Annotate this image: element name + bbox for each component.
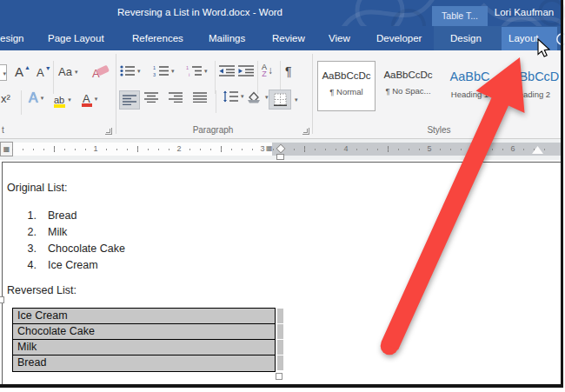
group-divider: [312, 54, 313, 134]
tell-me-icon[interactable]: [555, 32, 565, 46]
table-resize-handle[interactable]: [276, 373, 282, 380]
font-color-bar: [82, 103, 92, 107]
decrease-indent-icon: [219, 65, 235, 76]
tab-review[interactable]: Review: [272, 26, 305, 50]
horizontal-ruler: ▦ 1 2 3 4 5 6 ▦: [0, 139, 562, 160]
text-effects-button[interactable]: A▾: [29, 90, 43, 106]
clear-formatting-button[interactable]: A: [92, 67, 109, 80]
style-heading-1[interactable]: AaBbC Heading 1: [441, 61, 499, 111]
show-paragraph-marks-button[interactable]: ¶: [285, 64, 292, 78]
signed-in-user[interactable]: Lori Kaufman: [489, 7, 559, 17]
chevron-down-icon: ▾: [68, 96, 71, 103]
shrink-font-button[interactable]: A▼: [37, 66, 51, 79]
style-heading-2[interactable]: AaBbCcD Heading 2: [502, 61, 561, 111]
table-column-marker-icon[interactable]: ▦: [266, 144, 273, 152]
window-bottom-border: [0, 384, 563, 388]
tab-references[interactable]: References: [132, 26, 183, 50]
window-right-border: [561, 0, 563, 388]
list-text: Milk: [48, 226, 67, 238]
paint-bucket-icon: [246, 90, 263, 103]
numbering-button[interactable]: 13 ▾: [153, 65, 175, 76]
font-dialog-launcher[interactable]: [105, 128, 112, 135]
align-right-icon: [169, 92, 183, 103]
table-move-handle[interactable]: [0, 296, 4, 303]
title-bar: Reversing a List in Word.docx - Word Tab…: [0, 0, 562, 26]
divider: [21, 90, 22, 115]
font-size-dropdown-partial[interactable]: ▾: [0, 64, 7, 81]
reversed-list-heading: Reversed List:: [7, 284, 76, 296]
chevron-down-icon: ▾: [137, 68, 141, 75]
reversed-list-table[interactable]: Ice Cream Chocolate Cake Milk Bread: [12, 308, 276, 372]
increase-indent-icon: [238, 65, 254, 76]
font-group-label-partial: t: [2, 125, 4, 135]
tab-mailings[interactable]: Mailings: [209, 26, 245, 50]
list-number: 2.: [23, 226, 37, 238]
list-text: Chocolate Cake: [48, 243, 125, 255]
bullets-button[interactable]: ▾: [120, 65, 141, 76]
word-window: Reversing a List in Word.docx - Word Tab…: [0, 0, 565, 392]
ruler-number: 4: [342, 144, 350, 153]
text-highlight-button[interactable]: ab ▾: [54, 92, 71, 108]
tab-table-layout[interactable]: Layout: [508, 26, 539, 50]
font-color-button[interactable]: A ▾: [83, 90, 97, 107]
left-indent-marker[interactable]: [276, 154, 284, 160]
group-divider: [116, 54, 116, 134]
sort-z-glyph: Z: [262, 70, 267, 78]
table-row[interactable]: Ice Cream: [13, 309, 275, 324]
page-left-edge: [2, 162, 3, 384]
chevron-down-icon[interactable]: ▾: [295, 96, 298, 103]
tab-developer[interactable]: Developer: [376, 26, 422, 50]
svg-text:1: 1: [153, 65, 156, 70]
tab-design-partial[interactable]: esign: [0, 26, 24, 50]
divider: [257, 61, 258, 94]
paragraph-dialog-launcher[interactable]: [302, 128, 309, 135]
align-center-icon: [144, 92, 158, 103]
down-arrow-icon: ↓: [268, 64, 273, 76]
chevron-down-icon: ▾: [171, 68, 175, 75]
increase-indent-button[interactable]: [238, 65, 254, 76]
borders-button[interactable]: [269, 90, 291, 110]
align-left-icon: [123, 95, 136, 105]
tab-table-design[interactable]: Design: [450, 26, 482, 50]
style-no-spacing[interactable]: AaBbCcDc ¶ No Spac...: [379, 61, 437, 111]
caret-down-icon: ▼: [45, 65, 51, 71]
table-row[interactable]: Chocolate Cake: [13, 324, 275, 340]
align-center-button[interactable]: [144, 92, 158, 103]
ribbon-home-content: ▾ A▲ A▼ Aa▾ A x² A▾ ab ▾ A ▾ t: [0, 50, 562, 139]
tab-selector[interactable]: ▦: [0, 142, 13, 156]
chevron-down-icon: ▾: [265, 94, 269, 101]
caret-up-icon: ▲: [24, 64, 30, 70]
multilevel-list-icon: 1i: [186, 65, 202, 76]
ruler-number: 2: [175, 144, 183, 153]
tab-page-layout[interactable]: Page Layout: [48, 26, 104, 50]
styles-group-label: Styles: [400, 125, 478, 135]
table-row[interactable]: Milk: [13, 340, 275, 355]
superscript-button[interactable]: x²: [1, 92, 10, 105]
align-left-button[interactable]: [119, 90, 140, 110]
change-case-button[interactable]: Aa▾: [58, 65, 77, 78]
style-normal[interactable]: AaBbCcDc ¶ Normal: [317, 61, 376, 111]
multilevel-list-button[interactable]: 1i ▾: [186, 65, 208, 76]
bullet-list-icon: [120, 65, 135, 76]
divider: [216, 90, 216, 113]
tab-view[interactable]: View: [329, 26, 350, 50]
borders-icon: [274, 93, 287, 106]
numbered-list-icon: 13: [153, 65, 169, 76]
ribbon-tab-row: esign Page Layout References Mailings Re…: [0, 26, 562, 50]
table-tools-contextual-label: Table T...: [432, 6, 488, 26]
grow-font-button[interactable]: A▲: [15, 64, 30, 79]
decrease-indent-button[interactable]: [219, 65, 235, 76]
align-right-button[interactable]: [169, 92, 183, 103]
document-page[interactable]: Original List: 1. Bread 2. Milk 3. Choco…: [0, 160, 562, 384]
sort-button[interactable]: AZ ↓: [262, 63, 273, 77]
divider: [215, 61, 216, 94]
window-title: Reversing a List in Word.docx - Word: [96, 7, 304, 17]
table-row[interactable]: Bread: [13, 355, 275, 371]
original-list-heading: Original List:: [7, 182, 67, 194]
ruler-number: 5: [425, 144, 434, 153]
chevron-down-icon: ▾: [41, 95, 44, 102]
list-number: 1.: [23, 209, 37, 222]
shading-button[interactable]: ▾: [246, 90, 269, 103]
justify-button[interactable]: [193, 92, 207, 103]
line-spacing-button[interactable]: ▾: [223, 90, 244, 103]
